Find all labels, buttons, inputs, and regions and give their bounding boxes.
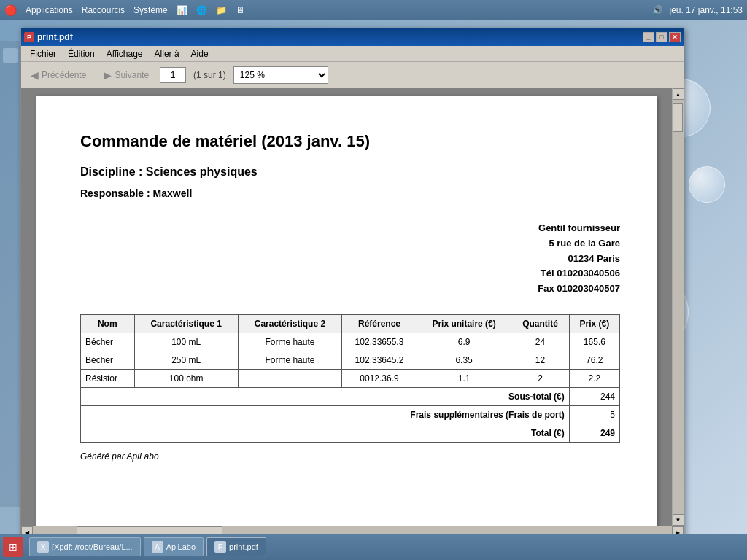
table-cell-0-0: Bécher	[81, 332, 135, 351]
top-icon-1: 📊	[177, 5, 187, 15]
col-header-carac1: Caractéristique 1	[134, 314, 238, 332]
col-header-prix-u: Prix unitaire (€)	[417, 314, 511, 332]
supplier-block: Gentil fournisseur 5 rue de la Gare 0123…	[80, 221, 620, 297]
supplier-tel: Tél 010203040506	[80, 266, 620, 281]
top-menu-icon: 🔴	[4, 4, 17, 16]
apilabo-task-icon: A	[152, 541, 163, 553]
taskbar-task-apilabo[interactable]: A ApiLabo	[144, 537, 204, 556]
menu-aller-a[interactable]: Aller à	[149, 47, 185, 61]
close-button[interactable]: ✕	[669, 32, 681, 42]
pdf-page: Commande de matériel (2013 janv. 15) Dis…	[36, 96, 657, 526]
left-strip: L	[0, 41, 20, 508]
table-cell-0-1: 100 mL	[134, 332, 238, 351]
table-row: Bécher100 mLForme haute102.33655.36.9241…	[81, 332, 620, 351]
scroll-up-button[interactable]: ▲	[673, 88, 684, 100]
title-bar-left: P print.pdf	[24, 32, 73, 42]
table-cell-2-2	[238, 369, 341, 387]
total-value: 249	[569, 424, 619, 442]
subtotal-label: Sous-total (€)	[81, 387, 570, 405]
taskbar-top: 🔴 Applications Raccourcis Système 📊 🌐 📁 …	[0, 0, 747, 20]
pdf-area: Commande de matériel (2013 janv. 15) Dis…	[21, 88, 684, 526]
shipping-value: 5	[569, 405, 619, 424]
scrollbar-vertical[interactable]: ▲ ▼	[672, 88, 684, 526]
apilabo-task-label: ApiLabo	[166, 542, 196, 551]
document-discipline: Discipline : Sciences physiques	[80, 166, 620, 179]
table-cell-0-3: 102.33655.3	[342, 332, 417, 351]
next-label: Suivante	[115, 70, 149, 80]
table-cell-1-1: 250 mL	[134, 351, 238, 369]
menu-edition[interactable]: Édition	[62, 47, 101, 61]
menu-bar: Fichier Édition Affichage Aller à Aide	[21, 46, 684, 62]
table-cell-2-0: Résistor	[81, 369, 135, 387]
shipping-row: Frais supplémentaires (Frais de port)5	[81, 405, 620, 424]
menu-fichier[interactable]: Fichier	[24, 47, 62, 61]
table-row: Résistor100 ohm0012.36.91.122.2	[81, 369, 620, 387]
supplier-name: Gentil fournisseur	[80, 221, 620, 236]
table-cell-0-5: 24	[511, 332, 570, 351]
bubble-2	[689, 166, 725, 203]
table-cell-1-5: 12	[511, 351, 570, 369]
next-button[interactable]: ▶ Suivante	[97, 66, 155, 84]
pdf-scroll-content: Commande de matériel (2013 janv. 15) Dis…	[21, 88, 672, 526]
supplier-fax: Fax 010203040507	[80, 281, 620, 297]
generated-by: Généré par ApiLabo	[80, 451, 620, 462]
table-cell-0-4: 6.9	[417, 332, 511, 351]
document-title: Commande de matériel (2013 janv. 15)	[80, 132, 620, 151]
table-cell-2-5: 2	[511, 369, 570, 387]
table-cell-2-1: 100 ohm	[134, 369, 238, 387]
total-row: Total (€)249	[81, 424, 620, 442]
top-icon-2: 🌐	[196, 5, 207, 15]
start-button[interactable]: ⊞	[3, 537, 23, 557]
taskbar-task-xpdf[interactable]: X [Xpdf: /root/Bureau/L...	[29, 537, 141, 556]
minimize-button[interactable]: _	[643, 32, 654, 42]
top-menu-applications[interactable]: Applications	[26, 5, 73, 15]
scroll-down-button[interactable]: ▼	[673, 514, 684, 526]
total-label: Total (€)	[81, 424, 570, 442]
zoom-select[interactable]: 125 % 100 % 75 % 150 %	[233, 66, 328, 84]
document-responsible: Responsable : Maxwell	[80, 187, 620, 199]
subtotal-value: 244	[569, 387, 619, 405]
col-header-nom: Nom	[81, 314, 135, 332]
printpdf-task-icon: P	[214, 541, 226, 553]
window-icon: P	[24, 32, 34, 42]
table-cell-2-4: 1.1	[417, 369, 511, 387]
title-bar-buttons[interactable]: _ □ ✕	[643, 32, 681, 42]
table-cell-1-0: Bécher	[81, 351, 135, 369]
system-tray-icon: 🔊	[652, 5, 663, 15]
menu-aide[interactable]: Aide	[185, 47, 214, 61]
prev-icon: ◀	[31, 69, 39, 81]
top-menu-systeme[interactable]: Système	[133, 5, 168, 15]
taskbar-task-printpdf[interactable]: P print.pdf	[206, 537, 266, 556]
scroll-thumb-v[interactable]	[673, 103, 683, 132]
col-header-prix: Prix (€)	[569, 314, 619, 332]
scroll-track-v	[673, 100, 684, 514]
window-title: print.pdf	[37, 32, 73, 42]
table-cell-1-6: 76.2	[569, 351, 619, 369]
top-icon-3: 📁	[216, 5, 227, 15]
table-cell-2-3: 0012.36.9	[342, 369, 417, 387]
top-menu-raccourcis[interactable]: Raccourcis	[82, 5, 125, 15]
next-icon: ▶	[104, 69, 112, 81]
main-window: P print.pdf _ □ ✕ Fichier Édition Affich…	[20, 28, 684, 538]
start-icon: ⊞	[9, 541, 18, 553]
supplier-address2: 01234 Paris	[80, 252, 620, 267]
table-cell-0-6: 165.6	[569, 332, 619, 351]
shipping-label: Frais supplémentaires (Frais de port)	[81, 405, 570, 424]
col-header-ref: Référence	[342, 314, 417, 332]
datetime-label: jeu. 17 janv., 11:53	[669, 5, 743, 15]
maximize-button[interactable]: □	[656, 32, 667, 42]
col-header-carac2: Caractéristique 2	[238, 314, 341, 332]
top-icon-4: 🖥	[236, 5, 244, 15]
table-cell-1-2: Forme haute	[238, 351, 341, 369]
left-strip-item-1: L	[3, 48, 18, 63]
table-row: Bécher250 mLForme haute102.33645.26.3512…	[81, 351, 620, 369]
subtotal-row: Sous-total (€)244	[81, 387, 620, 405]
table-cell-1-3: 102.33645.2	[342, 351, 417, 369]
toolbar: ◀ Précédente ▶ Suivante (1 sur 1) 125 % …	[21, 62, 684, 88]
order-table: Nom Caractéristique 1 Caractéristique 2 …	[80, 314, 620, 443]
xpdf-task-label: [Xpdf: /root/Bureau/L...	[52, 542, 133, 551]
page-input[interactable]	[160, 67, 186, 83]
table-cell-1-4: 6.35	[417, 351, 511, 369]
prev-button[interactable]: ◀ Précédente	[24, 66, 93, 84]
menu-affichage[interactable]: Affichage	[101, 47, 149, 61]
